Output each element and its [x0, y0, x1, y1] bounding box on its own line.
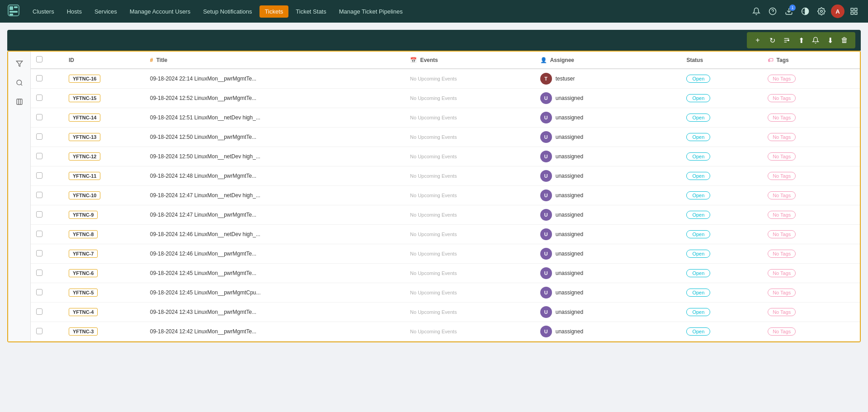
- delete-button[interactable]: 🗑: [839, 35, 850, 46]
- row-checkbox[interactable]: [36, 270, 42, 276]
- status-badge[interactable]: Open: [686, 191, 710, 199]
- columns-icon[interactable]: [13, 95, 26, 109]
- tags-badge[interactable]: No Tags: [768, 327, 796, 336]
- tickets-table-wrapper[interactable]: ID # Title 📅 Events 👤 Assignee: [31, 52, 860, 341]
- row-checkbox[interactable]: [36, 328, 42, 334]
- table-row[interactable]: YFTNC-15 09-18-2024 12:52 LinuxMon__pwrM…: [31, 89, 860, 108]
- ticket-id-badge[interactable]: YFTNC-11: [69, 172, 101, 180]
- status-badge[interactable]: Open: [686, 152, 710, 161]
- tags-badge[interactable]: No Tags: [768, 308, 796, 316]
- row-checkbox[interactable]: [36, 95, 42, 101]
- ticket-title[interactable]: 09-18-2024 12:47 LinuxMon__pwrMgmtTe...: [150, 212, 256, 218]
- status-badge[interactable]: Open: [686, 289, 710, 297]
- status-badge[interactable]: Open: [686, 308, 710, 316]
- table-row[interactable]: YFTNC-14 09-18-2024 12:51 LinuxMon__netD…: [31, 108, 860, 128]
- ticket-title[interactable]: 09-18-2024 12:50 LinuxMon__pwrMgmtTe...: [150, 134, 256, 140]
- status-badge[interactable]: Open: [686, 114, 710, 122]
- theme-icon-btn[interactable]: [798, 5, 812, 18]
- ticket-title[interactable]: 09-18-2024 22:14 LinuxMon__pwrMgmtTe...: [150, 76, 256, 82]
- table-row[interactable]: YFTNC-10 09-18-2024 12:47 LinuxMon__netD…: [31, 186, 860, 205]
- ticket-title[interactable]: 09-18-2024 12:46 LinuxMon__netDev high_.…: [150, 231, 260, 237]
- row-checkbox[interactable]: [36, 192, 42, 198]
- status-badge[interactable]: Open: [686, 75, 710, 83]
- row-checkbox[interactable]: [36, 250, 42, 256]
- ticket-id-badge[interactable]: YFTNC-16: [69, 75, 101, 83]
- ticket-title[interactable]: 09-18-2024 12:46 LinuxMon__pwrMgmtTe...: [150, 251, 256, 257]
- row-checkbox[interactable]: [36, 289, 42, 295]
- settings-icon-btn[interactable]: [815, 5, 828, 18]
- status-badge[interactable]: Open: [686, 172, 710, 180]
- status-badge[interactable]: Open: [686, 230, 710, 238]
- table-row[interactable]: YFTNC-13 09-18-2024 12:50 LinuxMon__pwrM…: [31, 128, 860, 147]
- tags-badge[interactable]: No Tags: [768, 94, 796, 102]
- table-row[interactable]: YFTNC-7 09-18-2024 12:46 LinuxMon__pwrMg…: [31, 244, 860, 264]
- table-row[interactable]: YFTNC-9 09-18-2024 12:47 LinuxMon__pwrMg…: [31, 205, 860, 225]
- grid-icon-btn[interactable]: [847, 5, 861, 18]
- help-icon-btn[interactable]: [766, 5, 779, 18]
- ticket-id-badge[interactable]: YFTNC-14: [69, 114, 101, 122]
- notification-icon-btn[interactable]: [750, 5, 763, 18]
- tags-badge[interactable]: No Tags: [768, 152, 796, 161]
- table-row[interactable]: YFTNC-6 09-18-2024 12:45 LinuxMon__pwrMg…: [31, 264, 860, 283]
- table-row[interactable]: YFTNC-12 09-18-2024 12:50 LinuxMon__netD…: [31, 147, 860, 166]
- tags-badge[interactable]: No Tags: [768, 172, 796, 180]
- download-button[interactable]: ⬇: [825, 35, 835, 46]
- table-row[interactable]: YFTNC-4 09-18-2024 12:43 LinuxMon__pwrMg…: [31, 303, 860, 322]
- row-checkbox[interactable]: [36, 133, 42, 140]
- row-checkbox[interactable]: [36, 211, 42, 218]
- alert-button[interactable]: [810, 35, 821, 46]
- ticket-id-badge[interactable]: YFTNC-3: [69, 327, 98, 336]
- user-avatar-btn[interactable]: A: [831, 5, 844, 18]
- tags-badge[interactable]: No Tags: [768, 133, 796, 141]
- table-row[interactable]: YFTNC-11 09-18-2024 12:48 LinuxMon__pwrM…: [31, 166, 860, 186]
- nav-hosts[interactable]: Hosts: [61, 5, 87, 18]
- downloads-icon-btn[interactable]: 1: [782, 5, 796, 18]
- upload-button[interactable]: ⬆: [796, 35, 807, 46]
- ticket-id-badge[interactable]: YFTNC-9: [69, 211, 98, 219]
- ticket-id-badge[interactable]: YFTNC-4: [69, 308, 98, 316]
- ticket-title[interactable]: 09-18-2024 12:52 LinuxMon__pwrMgmtTe...: [150, 95, 256, 101]
- status-badge[interactable]: Open: [686, 327, 710, 336]
- add-ticket-button[interactable]: +: [752, 35, 763, 46]
- row-checkbox[interactable]: [36, 231, 42, 237]
- ticket-title[interactable]: 09-18-2024 12:48 LinuxMon__pwrMgmtTe...: [150, 173, 256, 179]
- ticket-title[interactable]: 09-18-2024 12:47 LinuxMon__netDev high_.…: [150, 192, 260, 199]
- ticket-id-badge[interactable]: YFTNC-15: [69, 94, 101, 102]
- status-badge[interactable]: Open: [686, 94, 710, 102]
- tags-badge[interactable]: No Tags: [768, 114, 796, 122]
- ticket-title[interactable]: 09-18-2024 12:51 LinuxMon__netDev high_.…: [150, 114, 260, 121]
- tags-badge[interactable]: No Tags: [768, 75, 796, 83]
- ticket-id-badge[interactable]: YFTNC-5: [69, 289, 98, 297]
- tags-badge[interactable]: No Tags: [768, 211, 796, 219]
- table-row[interactable]: YFTNC-3 09-18-2024 12:42 LinuxMon__pwrMg…: [31, 322, 860, 341]
- ticket-title[interactable]: 09-18-2024 12:45 LinuxMon__pwrMgmtTe...: [150, 270, 256, 276]
- tags-badge[interactable]: No Tags: [768, 289, 796, 297]
- status-badge[interactable]: Open: [686, 269, 710, 277]
- table-row[interactable]: YFTNC-5 09-18-2024 12:45 LinuxMon__pwrMg…: [31, 283, 860, 303]
- ticket-id-badge[interactable]: YFTNC-7: [69, 250, 98, 258]
- table-row[interactable]: YFTNC-16 09-18-2024 22:14 LinuxMon__pwrM…: [31, 69, 860, 89]
- nav-services[interactable]: Services: [89, 5, 123, 18]
- row-checkbox[interactable]: [36, 308, 42, 315]
- nav-tickets[interactable]: Tickets: [259, 5, 289, 18]
- ticket-id-badge[interactable]: YFTNC-8: [69, 230, 98, 238]
- row-checkbox[interactable]: [36, 172, 42, 179]
- nav-ticket-stats[interactable]: Ticket Stats: [290, 5, 331, 18]
- ticket-title[interactable]: 09-18-2024 12:50 LinuxMon__netDev high_.…: [150, 153, 260, 160]
- nav-clusters[interactable]: Clusters: [27, 5, 60, 18]
- filter-icon[interactable]: [13, 57, 26, 71]
- nav-manage-ticket-pipelines[interactable]: Manage Ticket Pipelines: [334, 5, 408, 18]
- select-all-checkbox[interactable]: [36, 56, 42, 62]
- row-checkbox[interactable]: [36, 153, 42, 159]
- ticket-title[interactable]: 09-18-2024 12:43 LinuxMon__pwrMgmtTe...: [150, 309, 256, 315]
- row-checkbox[interactable]: [36, 114, 42, 120]
- filter-settings-button[interactable]: [781, 35, 792, 46]
- ticket-id-badge[interactable]: YFTNC-6: [69, 269, 98, 277]
- row-checkbox[interactable]: [36, 75, 42, 81]
- table-row[interactable]: YFTNC-8 09-18-2024 12:46 LinuxMon__netDe…: [31, 225, 860, 244]
- status-badge[interactable]: Open: [686, 211, 710, 219]
- status-badge[interactable]: Open: [686, 250, 710, 258]
- search-icon[interactable]: [13, 76, 26, 90]
- tags-badge[interactable]: No Tags: [768, 230, 796, 238]
- tags-badge[interactable]: No Tags: [768, 191, 796, 199]
